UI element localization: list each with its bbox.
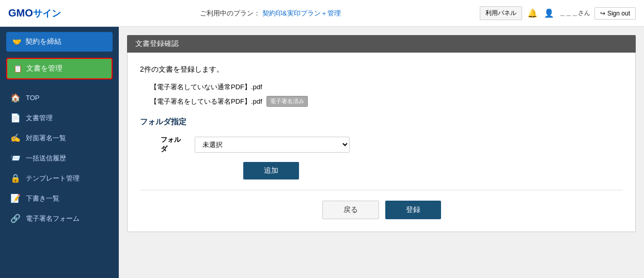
plan-prefix: ご利用中のプラン：: [200, 9, 260, 17]
sidebar-label-top: TOP: [26, 94, 40, 102]
logo-sign-text: サイン: [33, 7, 61, 20]
contract-icon: 🤝: [12, 38, 21, 46]
sidebar-label-documents: 文書管理: [26, 113, 53, 123]
file-list: 【電子署名していない通常PDF】.pdf 【電子署名をしている署名PDF】.pd…: [140, 83, 623, 107]
folder-select[interactable]: 未選択: [195, 137, 350, 153]
bulk-icon: 📨: [10, 153, 21, 163]
home-icon: 🏠: [10, 93, 21, 103]
sidebar-item-esign-form[interactable]: 🔗 電子署名フォーム: [0, 208, 119, 228]
folder-label: フォルダ: [161, 135, 186, 154]
folder-section-title: フォルダ指定: [140, 117, 623, 127]
user-label: ＿＿＿さん: [559, 9, 590, 18]
footer-buttons: 戻る 登録: [140, 201, 623, 219]
folder-row: フォルダ 未選択: [161, 135, 623, 154]
sidebar-item-bulk-history[interactable]: 📨 一括送信履歴: [0, 148, 119, 168]
plan-info: ご利用中のプラン： 契約印&実印プラン＋管理: [200, 9, 340, 18]
sidebar-item-drafts[interactable]: 📝 下書き一覧: [0, 188, 119, 208]
back-button[interactable]: 戻る: [322, 201, 379, 219]
manage-button[interactable]: 📋 文書を管理: [6, 58, 113, 79]
sidebar-label-drafts: 下書き一覧: [26, 194, 59, 203]
lock-icon: 🔒: [10, 173, 21, 183]
sidebar: 🤝 契約を締結 📋 文書を管理 🏠 TOP 📄 文書管理 ✍️ 対面署名一覧 📨…: [0, 27, 119, 278]
draft-icon: 📝: [10, 193, 21, 203]
signout-icon: ↪: [600, 10, 605, 17]
user-icon[interactable]: 👤: [543, 7, 555, 20]
face-sign-icon: ✍️: [10, 133, 21, 143]
divider: [140, 190, 623, 190]
manage-icon: 📋: [13, 64, 22, 73]
panel-button[interactable]: 利用パネル: [480, 6, 522, 20]
list-item: 【電子署名していない通常PDF】.pdf: [150, 83, 623, 92]
section-title: 文書登録確認: [135, 39, 179, 47]
plan-link[interactable]: 契約印&実印プラン＋管理: [262, 9, 341, 17]
contract-button[interactable]: 🤝 契約を締結: [6, 32, 113, 52]
link-icon: 🔗: [10, 214, 21, 223]
manage-label: 文書を管理: [26, 64, 62, 73]
sidebar-item-documents[interactable]: 📄 文書管理: [0, 108, 119, 128]
signout-button[interactable]: ↪ Sign out: [594, 7, 636, 20]
logo-gmo-text: GMO: [8, 7, 33, 19]
sidebar-label-template: テンプレート管理: [26, 174, 80, 183]
file-name-2: 【電子署名をしている署名PDF】.pdf: [150, 97, 262, 106]
file-name-1: 【電子署名していない通常PDF】.pdf: [150, 83, 262, 92]
bell-icon[interactable]: 🔔: [526, 7, 539, 20]
document-icon: 📄: [10, 113, 21, 123]
sidebar-item-face-sign[interactable]: ✍️ 対面署名一覧: [0, 128, 119, 148]
section-header: 文書登録確認: [127, 35, 636, 53]
sidebar-label-face-sign: 対面署名一覧: [26, 134, 66, 143]
content-intro: 2件の文書を登録します。: [140, 65, 623, 74]
main-content: 文書登録確認 2件の文書を登録します。 【電子署名していない通常PDF】.pdf…: [119, 27, 644, 278]
content-box: 2件の文書を登録します。 【電子署名していない通常PDF】.pdf 【電子署名を…: [127, 53, 636, 232]
layout: 🤝 契約を締結 📋 文書を管理 🏠 TOP 📄 文書管理 ✍️ 対面署名一覧 📨…: [0, 27, 644, 278]
list-item: 【電子署名をしている署名PDF】.pdf 電子署名済み: [150, 96, 623, 107]
header-right: 利用パネル 🔔 👤 ＿＿＿さん ↪ Sign out: [480, 6, 636, 20]
sidebar-label-bulk-history: 一括送信履歴: [26, 154, 66, 163]
sidebar-nav: 🏠 TOP 📄 文書管理 ✍️ 対面署名一覧 📨 一括送信履歴 🔒 テンプレート…: [0, 88, 119, 228]
add-button[interactable]: 追加: [243, 162, 299, 179]
signout-label: Sign out: [607, 10, 630, 17]
contract-label: 契約を締結: [25, 37, 61, 46]
folder-section: フォルダ指定 フォルダ 未選択 追加: [140, 117, 623, 179]
sidebar-item-template[interactable]: 🔒 テンプレート管理: [0, 168, 119, 188]
header: GMO サイン ご利用中のプラン： 契約印&実印プラン＋管理 利用パネル 🔔 👤…: [0, 0, 644, 27]
signed-badge: 電子署名済み: [266, 96, 308, 107]
register-button[interactable]: 登録: [385, 201, 441, 219]
sidebar-label-esign-form: 電子署名フォーム: [26, 214, 80, 223]
logo: GMO サイン: [8, 7, 61, 20]
sidebar-item-top[interactable]: 🏠 TOP: [0, 88, 119, 108]
